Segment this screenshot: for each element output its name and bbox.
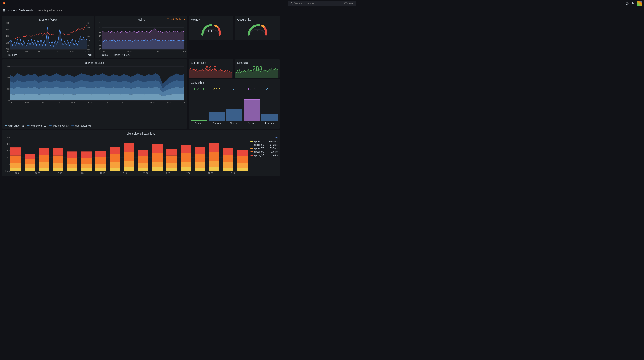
legend-item[interactable]: upper_951.46 s [250,154,278,157]
bar-value: 21.2 [261,87,278,91]
svg-point-70 [68,40,68,41]
breadcrumb-dashboards[interactable]: Dashboards [18,9,33,12]
svg-point-178 [146,40,146,40]
svg-rect-291 [138,171,148,171]
grafana-logo-icon[interactable] [2,2,6,5]
svg-text:4%: 4% [88,31,90,33]
svg-text:17:20: 17:20 [102,101,108,104]
svg-rect-284 [110,154,120,162]
legend-item[interactable]: cpu [84,54,92,56]
svg-point-125 [140,32,141,32]
svg-point-193 [170,40,171,41]
panel-support-calls[interactable]: Support calls 84.9 [188,60,234,78]
panel-google-hits-bars[interactable]: Google hits 0.40027.737.166.521.2 A-seri… [188,79,280,129]
panel-memory-gauge[interactable]: Memory 114 B [188,16,234,40]
svg-point-132 [152,30,153,30]
svg-rect-301 [166,171,177,171]
svg-point-48 [33,44,34,45]
svg-rect-320 [209,144,219,152]
svg-rect-299 [152,153,162,162]
svg-rect-323 [223,162,234,168]
svg-text:6 B: 6 B [6,28,9,31]
svg-point-46 [30,46,30,46]
svg-text:70: 70 [99,22,101,24]
legend-item[interactable]: upper_75535 ms [250,147,278,150]
svg-point-62 [55,40,56,41]
help-icon[interactable] [626,2,629,5]
bar-column: E-series [262,114,278,124]
svg-point-112 [118,32,119,32]
panel-google-gauge[interactable]: Google hits 57.1 [235,16,280,40]
svg-point-108 [112,31,112,32]
svg-text:2 B: 2 B [6,42,9,44]
collapse-icon[interactable] [636,9,642,12]
svg-text:3%: 3% [88,35,90,38]
legend-item[interactable]: upper_256.81 ms [250,140,278,143]
legend-item[interactable]: web_server_03 [49,124,68,127]
svg-point-135 [157,31,158,32]
svg-point-81 [85,40,85,41]
svg-point-67 [63,45,63,46]
svg-rect-286 [124,171,134,171]
svg-text:17:00: 17:00 [57,172,62,174]
svg-point-106 [108,31,109,32]
svg-rect-246 [10,171,21,171]
svg-point-146 [176,32,176,32]
svg-point-186 [159,40,160,41]
legend-item[interactable]: upper_50142 ms [250,143,278,147]
svg-point-68 [64,41,65,41]
menu-toggle-icon[interactable] [2,9,6,12]
panel-memory-cpu[interactable]: Memory / CPU 0 B2 B4 B6 B8 B0%1%2%3%4%5%… [2,16,94,58]
panel-page-load[interactable]: client side full page load 0 ms1 s2 s3 s… [2,130,280,176]
bar-column: D-series [244,99,260,124]
svg-point-168 [128,40,129,41]
panel-sign-ups[interactable]: Sign ups 283 [235,60,280,78]
svg-point-35 [12,45,13,46]
svg-point-45 [28,40,29,41]
svg-point-39 [19,45,19,46]
svg-rect-276 [96,171,106,171]
svg-text:17:05: 17:05 [55,101,60,104]
svg-point-33 [10,41,10,42]
rss-icon[interactable] [631,2,634,5]
svg-point-197 [178,40,178,41]
legend-header: avg [250,136,278,140]
svg-text:1 s: 1 s [7,163,10,166]
legend-item[interactable]: web_server_02 [27,124,46,127]
legend-item[interactable]: memory [4,54,17,56]
svg-point-55 [44,39,44,40]
svg-rect-295 [138,150,148,156]
stat-value: 283 [252,64,262,71]
search-input[interactable] [294,2,344,5]
svg-rect-260 [39,148,49,155]
svg-point-164 [122,40,122,41]
svg-point-76 [77,45,78,46]
time-range-badge[interactable]: Last 20 minutes [167,18,185,20]
panel-server-requests[interactable]: server requests 05010015016:5016:5517:00… [2,60,187,129]
svg-text:50: 50 [7,88,10,90]
svg-point-188 [162,40,163,41]
svg-point-40 [20,39,21,40]
svg-rect-273 [81,164,92,168]
chart-logins: 1020304050607017:3017:3517:4017:45 [97,22,186,53]
bar-label: E-series [265,121,274,124]
legend-item[interactable]: logins [98,54,108,56]
legend-item[interactable]: web_server_04 [71,124,91,127]
panel-logins[interactable]: logins Last 20 minutes 1020304050607017:… [96,16,187,58]
svg-rect-307 [180,167,191,171]
svg-point-117 [127,32,128,33]
svg-rect-310 [180,145,191,153]
svg-point-172 [135,40,136,40]
svg-rect-289 [124,152,134,161]
legend-item[interactable]: logins (-1 hour) [110,54,130,56]
svg-point-130 [149,32,149,33]
svg-text:17:30: 17:30 [134,101,139,104]
chevron-right-icon: › [16,9,17,11]
legend-item[interactable]: upper_901.04 s [250,150,278,154]
legend-item[interactable]: web_server_01 [4,124,24,127]
search-box[interactable]: cmd+k [288,1,356,6]
breadcrumb-home[interactable]: Home [8,9,15,12]
svg-point-63 [56,45,57,45]
user-avatar[interactable] [637,1,642,6]
svg-point-123 [137,32,138,33]
